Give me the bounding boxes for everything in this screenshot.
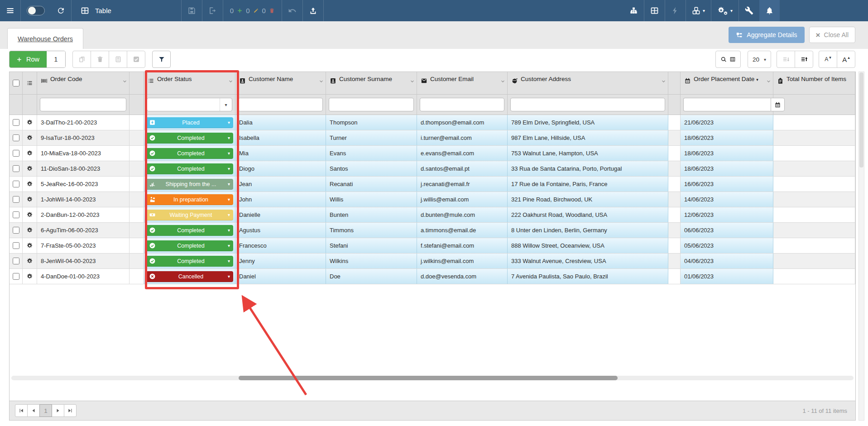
row-settings-button[interactable] (23, 238, 37, 253)
next-page-button[interactable] (52, 404, 64, 417)
font-smaller-button[interactable]: A▾ (819, 51, 837, 68)
cell-order-code[interactable]: 11-DioSan-18-00-2023 (37, 161, 129, 176)
page-size-select[interactable]: 20 ▾ (748, 51, 771, 68)
current-page-button[interactable]: 1 (39, 404, 52, 417)
cell-order-code[interactable]: 8-JenWil-04-00-2023 (37, 254, 129, 268)
filter-customer-surname-input[interactable] (329, 98, 414, 111)
row-settings-button[interactable] (23, 192, 37, 207)
cell-customer-name[interactable]: Jean (235, 177, 326, 191)
cell-order-placement-date[interactable]: 14/06/2023 (681, 192, 773, 207)
chevron-down-icon[interactable] (661, 78, 667, 84)
cell-customer-address[interactable]: 321 Pine Road, Birchwood, UK (508, 192, 668, 207)
add-row-count-input[interactable] (47, 51, 65, 67)
cell-order-code[interactable]: 2-DanBun-12-00-2023 (37, 207, 129, 222)
add-row-button[interactable]: Row (10, 51, 47, 67)
row-settings-button[interactable] (23, 269, 37, 284)
cell-customer-email[interactable]: j.willis@email.com (417, 192, 508, 207)
status-chip[interactable]: Completed▾ (146, 133, 233, 144)
filter-order-code-input[interactable] (40, 98, 126, 111)
cell-customer-address[interactable]: 987 Elm Lane, Hillside, USA (508, 130, 668, 145)
search-columns-button[interactable] (715, 51, 741, 68)
row-settings-button[interactable] (23, 130, 37, 145)
filter-button[interactable] (152, 51, 171, 68)
header-customer-name[interactable]: Customer Name (235, 72, 326, 94)
cell-customer-email[interactable]: j.recanati@email.fr (417, 177, 508, 191)
filter-customer-name-input[interactable] (238, 98, 323, 111)
cell-order-placement-date[interactable]: 16/06/2023 (681, 177, 773, 191)
cell-customer-name[interactable]: Agustus (235, 223, 326, 238)
cell-total-items[interactable] (773, 254, 855, 268)
header-customer-surname[interactable]: Customer Surname (326, 72, 417, 94)
cell-total-items[interactable] (773, 161, 855, 176)
cell-customer-address[interactable]: 33 Rua de Santa Catarina, Porto, Portuga… (508, 161, 668, 176)
cell-order-code[interactable]: 3-DalTho-21-00-2023 (37, 115, 129, 130)
status-chip[interactable]: In preparation▾ (146, 194, 233, 205)
header-order-status[interactable]: Order Status (144, 72, 235, 94)
undo-icon[interactable] (282, 0, 302, 21)
cell-customer-address[interactable]: 17 Rue de la Fontaine, Paris, France (508, 177, 668, 191)
cell-customer-email[interactable]: d.santos@email.pt (417, 161, 508, 176)
calculate-button[interactable] (109, 51, 127, 68)
cell-customer-address[interactable]: 789 Elm Drive, Springfield, USA (508, 115, 668, 130)
cell-customer-email[interactable]: d.doe@vesenda.com (417, 269, 508, 284)
row-settings-button[interactable] (23, 177, 37, 191)
row-checkbox[interactable] (13, 258, 19, 264)
cell-total-items[interactable] (773, 146, 855, 161)
previous-page-button[interactable] (27, 404, 40, 417)
cell-customer-name[interactable]: Mia (235, 146, 326, 161)
cell-order-placement-date[interactable]: 18/06/2023 (681, 130, 773, 145)
cell-total-items[interactable] (773, 223, 855, 238)
cell-order-placement-date[interactable]: 21/06/2023 (681, 115, 773, 130)
save-icon[interactable] (182, 0, 202, 21)
cell-customer-surname[interactable]: Wilkins (326, 254, 417, 268)
cell-total-items[interactable] (773, 130, 855, 145)
cell-total-items[interactable] (773, 192, 855, 207)
first-page-button[interactable] (15, 404, 28, 417)
header-order-code[interactable]: Order Code (37, 72, 129, 94)
filter-date-input[interactable] (683, 98, 771, 111)
status-chip[interactable]: Shipping from the ...▾ (146, 179, 233, 190)
cell-customer-address[interactable]: 8 Unter den Linden, Berlin, Germany (508, 223, 668, 238)
row-checkbox[interactable] (13, 227, 19, 234)
cell-customer-surname[interactable]: Stefani (326, 238, 417, 253)
vertical-scrollbar-thumb[interactable] (859, 72, 863, 168)
cell-order-placement-date[interactable]: 01/06/2023 (681, 269, 773, 284)
bulk-check-button[interactable] (127, 51, 145, 68)
cell-customer-name[interactable]: Daniel (235, 269, 326, 284)
status-chip[interactable]: Waiting Payment▾ (146, 210, 233, 220)
notifications-bell-icon[interactable] (759, 0, 780, 21)
row-checkbox[interactable] (13, 196, 19, 203)
row-settings-button[interactable] (23, 223, 37, 238)
cell-order-code[interactable]: 9-IsaTur-18-00-2023 (37, 130, 129, 145)
cell-customer-surname[interactable]: Santos (326, 161, 417, 176)
cell-total-items[interactable] (773, 269, 855, 284)
cell-order-placement-date[interactable]: 18/06/2023 (681, 146, 773, 161)
cell-customer-name[interactable]: John (235, 192, 326, 207)
horizontal-scrollbar-thumb[interactable] (239, 376, 618, 380)
cell-order-code[interactable]: 7-FraSte-05-00-2023 (37, 238, 129, 253)
row-settings-button[interactable] (23, 254, 37, 268)
grid-icon[interactable] (644, 0, 665, 21)
cell-order-placement-date[interactable]: 06/06/2023 (681, 223, 773, 238)
settings-gears-icon[interactable]: ▾ (711, 0, 739, 21)
cell-total-items[interactable] (773, 115, 855, 130)
cell-customer-surname[interactable]: Willis (326, 192, 417, 207)
status-chip[interactable]: Completed▾ (146, 256, 233, 267)
cell-customer-name[interactable]: Diogo (235, 161, 326, 176)
status-chip[interactable]: Cancelled▾ (146, 271, 233, 282)
font-larger-button[interactable]: A▴ (837, 51, 855, 68)
cell-order-code[interactable]: 5-JeaRec-16-00-2023 (37, 177, 129, 191)
row-checkbox[interactable] (13, 165, 19, 172)
row-settings-button[interactable] (23, 146, 37, 161)
cell-customer-address[interactable]: 7 Avenida Paulista, Sao Paulo, Brazil (508, 269, 668, 284)
cell-order-code[interactable]: 1-JohWil-14-00-2023 (37, 192, 129, 207)
row-checkbox[interactable] (13, 211, 19, 218)
row-checkbox[interactable] (13, 119, 19, 126)
cell-customer-name[interactable]: Francesco (235, 238, 326, 253)
cell-order-placement-date[interactable]: 12/06/2023 (681, 207, 773, 222)
cell-order-code[interactable]: 4-DanDoe-01-00-2023 (37, 269, 129, 284)
cell-customer-surname[interactable]: Doe (326, 269, 417, 284)
cell-customer-address[interactable]: 753 Walnut Lane, Hampton, USA (508, 146, 668, 161)
header-order-placement-date[interactable]: Order Placement Date▾ (681, 72, 773, 94)
cell-order-placement-date[interactable]: 05/06/2023 (681, 238, 773, 253)
